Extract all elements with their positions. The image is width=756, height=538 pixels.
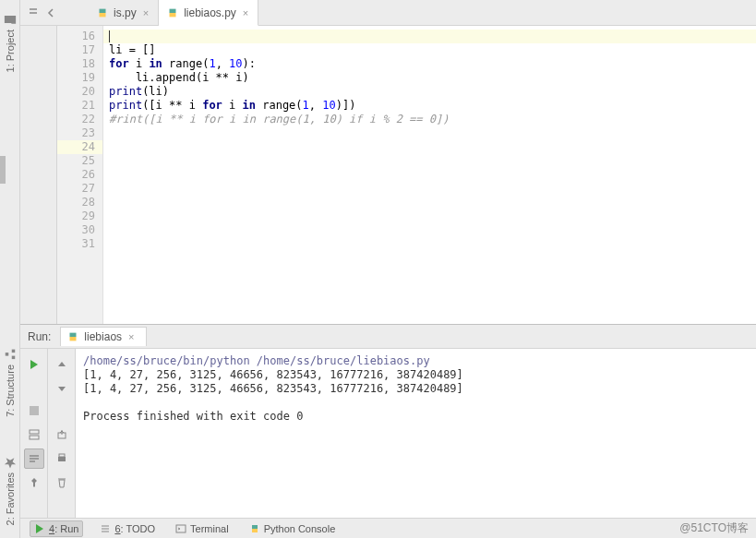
run-panel: Run: liebiaos ×: [20, 324, 756, 518]
svg-rect-1: [11, 349, 15, 353]
svg-rect-8: [59, 454, 65, 457]
watermark: @51CTO博客: [679, 520, 749, 536]
tab-label: is.py: [114, 6, 137, 19]
star-icon: [4, 456, 17, 469]
run-label: Run:: [28, 330, 51, 343]
svg-rect-0: [11, 355, 15, 359]
scroll-down-button[interactable]: [52, 378, 72, 399]
scroll-up-button[interactable]: [52, 354, 72, 375]
tab-is-py[interactable]: is.py ×: [89, 0, 159, 25]
layout-button[interactable]: [24, 424, 44, 445]
run-header: Run: liebiaos ×: [20, 325, 756, 349]
python-icon: [96, 6, 109, 19]
sidebar-favorites[interactable]: 2: Favorites: [4, 450, 17, 531]
bottom-python-console[interactable]: Python Console: [246, 521, 340, 536]
bottom-tool-bar: 4: Run 6: TODO Terminal Python Console: [20, 518, 756, 538]
toggle-soft-wrap-button[interactable]: [24, 448, 44, 469]
tab-label: liebiaos.py: [184, 6, 236, 19]
terminal-icon: [175, 523, 186, 534]
bottom-todo[interactable]: 6: TODO: [96, 521, 159, 536]
sidebar-project[interactable]: 1: Project: [4, 7, 17, 78]
code-editor[interactable]: li = [] for i in range(1, 10): li.append…: [103, 26, 756, 324]
run-config-tab[interactable]: liebiaos ×: [60, 327, 146, 346]
bottom-run[interactable]: 4: Run: [30, 520, 83, 537]
python-icon: [66, 330, 79, 343]
collapse-icon[interactable]: [24, 0, 42, 25]
delete-button[interactable]: [52, 472, 72, 493]
close-icon[interactable]: ×: [126, 331, 136, 342]
close-icon[interactable]: ×: [241, 7, 250, 18]
pin-button[interactable]: [24, 472, 44, 493]
svg-rect-2: [5, 353, 8, 356]
print-button[interactable]: [52, 448, 72, 469]
editor-tabs-bar: is.py × liebiaos.py ×: [20, 0, 756, 26]
line-gutter[interactable]: 16 17 18 19 20 21 22 23 24 25 26 27 28 2…: [57, 26, 103, 324]
export-button[interactable]: [52, 424, 72, 445]
svg-rect-7: [58, 457, 66, 461]
svg-rect-4: [30, 430, 39, 434]
structure-icon: [4, 348, 17, 361]
stop-button[interactable]: [24, 401, 44, 421]
python-icon: [249, 523, 260, 534]
text-cursor: [109, 30, 110, 42]
folder-icon: [4, 13, 17, 26]
tab-liebiaos-py[interactable]: liebiaos.py ×: [159, 0, 258, 26]
run-output[interactable]: /home/ss/bruce/bin/python /home/ss/bruce…: [76, 349, 756, 518]
back-arrow-icon[interactable]: [42, 0, 61, 25]
sidebar-structure[interactable]: 7: Structure: [4, 342, 17, 423]
svg-rect-3: [30, 406, 39, 415]
python-icon: [166, 6, 179, 19]
editor-left-margin: [20, 26, 57, 324]
bottom-terminal[interactable]: Terminal: [172, 521, 233, 536]
editor-area: 16 17 18 19 20 21 22 23 24 25 26 27 28 2…: [20, 26, 756, 324]
play-icon: [34, 523, 45, 534]
run-toolbar-secondary: [48, 349, 76, 518]
list-icon: [100, 523, 111, 534]
close-icon[interactable]: ×: [141, 7, 150, 18]
left-tool-sidebar: 1: Project 7: Structure 2: Favorites: [0, 0, 20, 538]
svg-rect-5: [30, 436, 39, 439]
rerun-button[interactable]: [24, 354, 44, 375]
run-toolbar-primary: [20, 349, 48, 518]
